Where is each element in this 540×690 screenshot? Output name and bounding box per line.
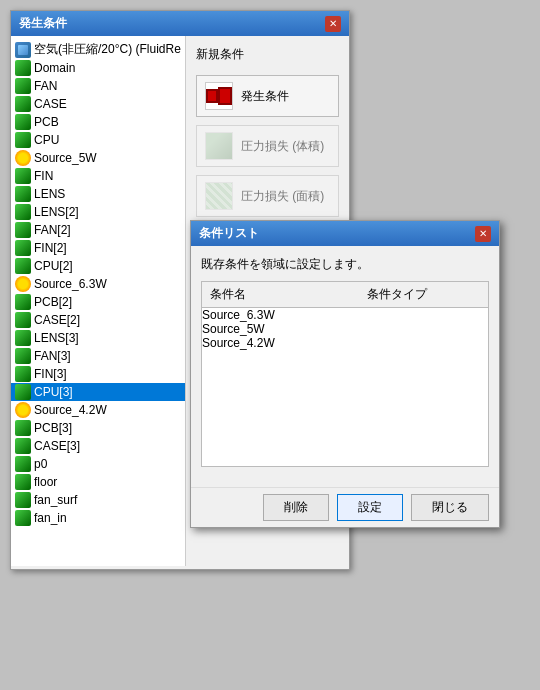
close-button[interactable]: 閉じる <box>411 494 489 521</box>
box-icon <box>15 366 31 382</box>
box-icon <box>15 420 31 436</box>
box-icon <box>15 96 31 112</box>
condition-table: Source_6.3WSource_5WSource_4.2W <box>202 308 488 350</box>
tree-item[interactable]: FAN[2] <box>11 221 185 239</box>
box-icon <box>15 132 31 148</box>
box-icon <box>15 186 31 202</box>
box-icon <box>15 240 31 256</box>
tree-item[interactable]: FIN <box>11 167 185 185</box>
tree-item[interactable]: p0 <box>11 455 185 473</box>
tree-item-label: FAN[2] <box>34 223 71 237</box>
tree-item[interactable]: 空気(非圧縮/20°C) (FluidRe <box>11 40 185 59</box>
tree-item[interactable]: fan_in <box>11 509 185 527</box>
condition-name-cell: Source_4.2W <box>202 336 359 350</box>
sub-title: 条件リスト <box>199 225 259 242</box>
box-icon <box>15 330 31 346</box>
condition-name-cell: Source_6.3W <box>202 308 359 322</box>
tree-item[interactable]: Source_6.3W <box>11 275 185 293</box>
tree-item-label: CPU[3] <box>34 385 73 399</box>
pressure-surf-label: 圧力損失 (面積) <box>241 188 324 205</box>
tree-item-label: p0 <box>34 457 47 471</box>
tree-item[interactable]: FIN[2] <box>11 239 185 257</box>
tree-item[interactable]: Source_4.2W <box>11 401 185 419</box>
tree-item[interactable]: CASE <box>11 95 185 113</box>
tree-item[interactable]: Source_5W <box>11 149 185 167</box>
main-close-button[interactable]: ✕ <box>325 16 341 32</box>
pressure-vol-button[interactable]: 圧力損失 (体積) <box>196 125 339 167</box>
tree-item-label: PCB[2] <box>34 295 72 309</box>
set-button[interactable]: 設定 <box>337 494 403 521</box>
tree-item[interactable]: CASE[3] <box>11 437 185 455</box>
box-icon <box>15 168 31 184</box>
pressure-vol-icon <box>205 132 233 160</box>
box-icon <box>15 348 31 364</box>
delete-button[interactable]: 削除 <box>263 494 329 521</box>
tree-item[interactable]: FAN[3] <box>11 347 185 365</box>
condition-row[interactable]: Source_4.2W <box>202 336 488 350</box>
tree-item[interactable]: Domain <box>11 59 185 77</box>
tree-item[interactable]: FIN[3] <box>11 365 185 383</box>
condition-type-cell <box>359 322 488 336</box>
tree-item-label: FIN <box>34 169 53 183</box>
sub-description: 既存条件を領域に設定します。 <box>201 256 489 273</box>
condition-row[interactable]: Source_6.3W <box>202 308 488 322</box>
tree-item-label: FIN[2] <box>34 241 67 255</box>
tree-item-label: FAN[3] <box>34 349 71 363</box>
tree-item[interactable]: FAN <box>11 77 185 95</box>
sub-close-button[interactable]: ✕ <box>475 226 491 242</box>
tree-item-label: 空気(非圧縮/20°C) (FluidRe <box>34 41 181 58</box>
source-condition-icon <box>205 82 233 110</box>
box-icon <box>15 510 31 526</box>
box-icon <box>15 456 31 472</box>
tree-item[interactable]: CPU[2] <box>11 257 185 275</box>
box-icon <box>15 204 31 220</box>
source-condition-button[interactable]: 発生条件 <box>196 75 339 117</box>
tree-item[interactable]: LENS <box>11 185 185 203</box>
tree-item[interactable]: floor <box>11 473 185 491</box>
tree-item[interactable]: LENS[2] <box>11 203 185 221</box>
tree-item-label: CASE <box>34 97 67 111</box>
box-icon <box>15 294 31 310</box>
box-icon <box>15 492 31 508</box>
tree-item-label: CPU <box>34 133 59 147</box>
sub-titlebar: 条件リスト ✕ <box>191 221 499 246</box>
box-icon <box>15 474 31 490</box>
pressure-vol-label: 圧力損失 (体積) <box>241 138 324 155</box>
tree-item-label: fan_surf <box>34 493 77 507</box>
tree-item[interactable]: LENS[3] <box>11 329 185 347</box>
tree-item[interactable]: CASE[2] <box>11 311 185 329</box>
tree-item[interactable]: CPU <box>11 131 185 149</box>
tree-item[interactable]: PCB[2] <box>11 293 185 311</box>
sun-icon <box>15 402 31 418</box>
tree-item-label: CASE[3] <box>34 439 80 453</box>
condition-row[interactable]: Source_5W <box>202 322 488 336</box>
tree-item[interactable]: PCB[3] <box>11 419 185 437</box>
condition-type-cell <box>359 308 488 322</box>
new-condition-label: 新規条件 <box>196 46 339 63</box>
box-icon <box>15 258 31 274</box>
condition-table-wrapper: Source_6.3WSource_5WSource_4.2W <box>201 307 489 467</box>
tree-item-label: LENS <box>34 187 65 201</box>
tree-item-label: CASE[2] <box>34 313 80 327</box>
box-icon <box>15 60 31 76</box>
box-icon <box>15 114 31 130</box>
main-title: 発生条件 <box>19 15 67 32</box>
condition-name-cell: Source_5W <box>202 322 359 336</box>
box-icon <box>15 312 31 328</box>
tree-item[interactable]: fan_surf <box>11 491 185 509</box>
box-icon <box>15 78 31 94</box>
tree-item[interactable]: CPU[3] <box>11 383 185 401</box>
tree-item-label: LENS[2] <box>34 205 79 219</box>
tree-item-label: floor <box>34 475 57 489</box>
col-type-header: 条件タイプ <box>359 284 488 305</box>
col-name-header: 条件名 <box>202 284 359 305</box>
main-titlebar: 発生条件 ✕ <box>11 11 349 36</box>
tree-item-label: PCB[3] <box>34 421 72 435</box>
tree-item-label: PCB <box>34 115 59 129</box>
tree-panel: 空気(非圧縮/20°C) (FluidReDomainFANCASEPCBCPU… <box>11 36 186 566</box>
pressure-surf-button[interactable]: 圧力損失 (面積) <box>196 175 339 217</box>
tree-item-label: FIN[3] <box>34 367 67 381</box>
tree-item[interactable]: PCB <box>11 113 185 131</box>
fluid-icon <box>15 42 31 58</box>
tree-item-label: fan_in <box>34 511 67 525</box>
